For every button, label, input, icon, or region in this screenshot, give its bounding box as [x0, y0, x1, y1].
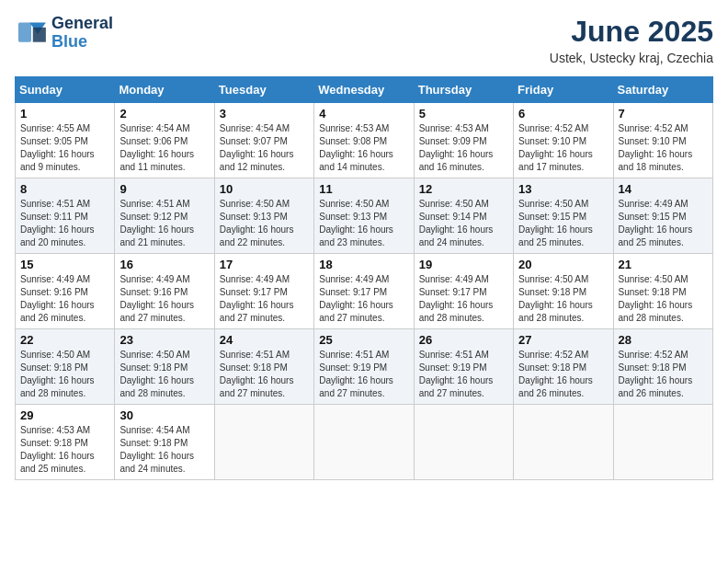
calendar-day-cell: 17 Sunrise: 4:49 AM Sunset: 9:17 PM Dayl… [214, 254, 313, 329]
empty-day-cell [314, 405, 414, 480]
calendar-day-cell: 26 Sunrise: 4:51 AM Sunset: 9:19 PM Dayl… [414, 329, 513, 405]
calendar-day-cell: 10 Sunrise: 4:50 AM Sunset: 9:13 PM Dayl… [214, 178, 313, 254]
day-number: 7 [619, 107, 708, 121]
calendar-day-cell: 30 Sunrise: 4:54 AM Sunset: 9:18 PM Dayl… [115, 405, 214, 480]
day-info: Sunrise: 4:53 AM Sunset: 9:18 PM Dayligh… [20, 424, 109, 476]
weekday-header-row: SundayMondayTuesdayWednesdayThursdayFrid… [16, 77, 713, 103]
calendar-day-cell: 11 Sunrise: 4:50 AM Sunset: 9:13 PM Dayl… [314, 178, 414, 254]
day-info: Sunrise: 4:50 AM Sunset: 9:18 PM Dayligh… [518, 273, 608, 325]
day-info: Sunrise: 4:54 AM Sunset: 9:07 PM Dayligh… [220, 122, 309, 174]
calendar-day-cell: 24 Sunrise: 4:51 AM Sunset: 9:18 PM Dayl… [214, 329, 313, 405]
day-info: Sunrise: 4:54 AM Sunset: 9:06 PM Dayligh… [119, 122, 209, 174]
calendar-day-cell: 2 Sunrise: 4:54 AM Sunset: 9:06 PM Dayli… [115, 103, 214, 178]
calendar-day-cell: 28 Sunrise: 4:52 AM Sunset: 9:18 PM Dayl… [613, 329, 712, 405]
day-info: Sunrise: 4:52 AM Sunset: 9:18 PM Dayligh… [619, 349, 708, 400]
day-info: Sunrise: 4:49 AM Sunset: 9:16 PM Dayligh… [20, 273, 109, 325]
logo-icon [15, 19, 48, 47]
calendar-day-cell: 19 Sunrise: 4:49 AM Sunset: 9:17 PM Dayl… [414, 254, 513, 329]
day-info: Sunrise: 4:54 AM Sunset: 9:18 PM Dayligh… [119, 424, 209, 476]
day-info: Sunrise: 4:52 AM Sunset: 9:10 PM Dayligh… [518, 122, 608, 174]
day-number: 22 [20, 333, 109, 347]
day-info: Sunrise: 4:53 AM Sunset: 9:09 PM Dayligh… [419, 122, 508, 174]
calendar-day-cell: 20 Sunrise: 4:50 AM Sunset: 9:18 PM Dayl… [514, 254, 613, 329]
weekday-header: Monday [115, 77, 214, 103]
day-info: Sunrise: 4:55 AM Sunset: 9:05 PM Dayligh… [20, 122, 109, 174]
day-number: 27 [518, 333, 608, 347]
day-info: Sunrise: 4:52 AM Sunset: 9:18 PM Dayligh… [518, 349, 608, 400]
calendar-day-cell: 4 Sunrise: 4:53 AM Sunset: 9:08 PM Dayli… [314, 103, 414, 178]
day-info: Sunrise: 4:53 AM Sunset: 9:08 PM Dayligh… [319, 122, 408, 174]
day-number: 21 [619, 258, 708, 271]
weekday-header: Tuesday [214, 77, 313, 103]
logo: General Blue [15, 15, 113, 52]
calendar-day-cell: 5 Sunrise: 4:53 AM Sunset: 9:09 PM Dayli… [414, 103, 513, 178]
weekday-header: Thursday [414, 77, 513, 103]
day-info: Sunrise: 4:51 AM Sunset: 9:19 PM Dayligh… [419, 349, 508, 400]
day-number: 23 [119, 333, 209, 347]
calendar-day-cell: 7 Sunrise: 4:52 AM Sunset: 9:10 PM Dayli… [613, 103, 712, 178]
day-number: 5 [419, 107, 508, 121]
day-number: 26 [419, 333, 508, 347]
day-info: Sunrise: 4:50 AM Sunset: 9:13 PM Dayligh… [220, 198, 309, 249]
day-number: 1 [20, 107, 109, 121]
day-number: 8 [20, 182, 109, 196]
calendar-week-row: 29 Sunrise: 4:53 AM Sunset: 9:18 PM Dayl… [16, 405, 713, 480]
calendar-week-row: 8 Sunrise: 4:51 AM Sunset: 9:11 PM Dayli… [16, 178, 713, 254]
day-number: 20 [518, 258, 608, 271]
day-number: 6 [518, 107, 608, 121]
day-info: Sunrise: 4:49 AM Sunset: 9:17 PM Dayligh… [220, 273, 309, 325]
calendar-day-cell: 9 Sunrise: 4:51 AM Sunset: 9:12 PM Dayli… [115, 178, 214, 254]
location: Ustek, Ustecky kraj, Czechia [550, 51, 713, 65]
day-info: Sunrise: 4:50 AM Sunset: 9:13 PM Dayligh… [319, 198, 408, 249]
calendar-day-cell: 15 Sunrise: 4:49 AM Sunset: 9:16 PM Dayl… [16, 254, 115, 329]
calendar-day-cell: 12 Sunrise: 4:50 AM Sunset: 9:14 PM Dayl… [414, 178, 513, 254]
day-number: 24 [220, 333, 309, 347]
day-info: Sunrise: 4:50 AM Sunset: 9:18 PM Dayligh… [20, 349, 109, 400]
calendar-day-cell: 21 Sunrise: 4:50 AM Sunset: 9:18 PM Dayl… [613, 254, 712, 329]
weekday-header: Sunday [16, 77, 115, 103]
day-info: Sunrise: 4:51 AM Sunset: 9:19 PM Dayligh… [319, 349, 408, 400]
calendar-day-cell: 6 Sunrise: 4:52 AM Sunset: 9:10 PM Dayli… [514, 103, 613, 178]
day-number: 12 [419, 182, 508, 196]
calendar-day-cell: 27 Sunrise: 4:52 AM Sunset: 9:18 PM Dayl… [514, 329, 613, 405]
day-info: Sunrise: 4:51 AM Sunset: 9:11 PM Dayligh… [20, 198, 109, 249]
calendar-week-row: 15 Sunrise: 4:49 AM Sunset: 9:16 PM Dayl… [16, 254, 713, 329]
day-number: 17 [220, 258, 309, 271]
day-number: 9 [119, 182, 209, 196]
page-header: General Blue June 2025 Ustek, Ustecky kr… [15, 15, 713, 65]
logo-text: General Blue [51, 15, 113, 52]
calendar-day-cell: 1 Sunrise: 4:55 AM Sunset: 9:05 PM Dayli… [16, 103, 115, 178]
day-info: Sunrise: 4:50 AM Sunset: 9:15 PM Dayligh… [518, 198, 608, 249]
weekday-header: Saturday [613, 77, 712, 103]
weekday-header: Friday [514, 77, 613, 103]
empty-day-cell [613, 405, 712, 480]
day-number: 11 [319, 182, 408, 196]
day-info: Sunrise: 4:49 AM Sunset: 9:16 PM Dayligh… [119, 273, 209, 325]
day-info: Sunrise: 4:50 AM Sunset: 9:18 PM Dayligh… [119, 349, 209, 400]
calendar-day-cell: 25 Sunrise: 4:51 AM Sunset: 9:19 PM Dayl… [314, 329, 414, 405]
day-number: 10 [220, 182, 309, 196]
day-number: 18 [319, 258, 408, 271]
calendar-day-cell: 3 Sunrise: 4:54 AM Sunset: 9:07 PM Dayli… [214, 103, 313, 178]
day-info: Sunrise: 4:52 AM Sunset: 9:10 PM Dayligh… [619, 122, 708, 174]
svg-rect-2 [18, 22, 31, 41]
calendar-day-cell: 22 Sunrise: 4:50 AM Sunset: 9:18 PM Dayl… [16, 329, 115, 405]
day-number: 4 [319, 107, 408, 121]
day-info: Sunrise: 4:49 AM Sunset: 9:17 PM Dayligh… [319, 273, 408, 325]
calendar-table: SundayMondayTuesdayWednesdayThursdayFrid… [15, 76, 713, 480]
calendar-day-cell: 18 Sunrise: 4:49 AM Sunset: 9:17 PM Dayl… [314, 254, 414, 329]
calendar-day-cell: 16 Sunrise: 4:49 AM Sunset: 9:16 PM Dayl… [115, 254, 214, 329]
day-info: Sunrise: 4:49 AM Sunset: 9:15 PM Dayligh… [619, 198, 708, 249]
day-number: 2 [119, 107, 209, 121]
day-info: Sunrise: 4:50 AM Sunset: 9:18 PM Dayligh… [619, 273, 708, 325]
calendar-day-cell: 29 Sunrise: 4:53 AM Sunset: 9:18 PM Dayl… [16, 405, 115, 480]
calendar-day-cell: 13 Sunrise: 4:50 AM Sunset: 9:15 PM Dayl… [514, 178, 613, 254]
svg-marker-1 [33, 28, 46, 42]
day-number: 3 [220, 107, 309, 121]
day-info: Sunrise: 4:49 AM Sunset: 9:17 PM Dayligh… [419, 273, 508, 325]
calendar-day-cell: 23 Sunrise: 4:50 AM Sunset: 9:18 PM Dayl… [115, 329, 214, 405]
day-number: 29 [20, 408, 109, 422]
day-number: 25 [319, 333, 408, 347]
day-number: 13 [518, 182, 608, 196]
weekday-header: Wednesday [314, 77, 414, 103]
